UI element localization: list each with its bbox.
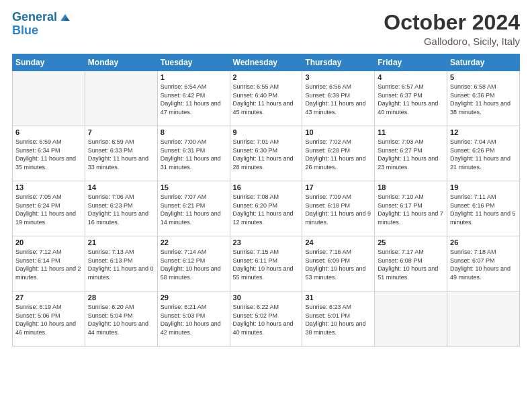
day-info: Sunrise: 6:55 AM Sunset: 6:40 PM Dayligh… [233, 83, 300, 116]
day-number: 12 [450, 128, 517, 136]
table-row: 22Sunrise: 7:14 AM Sunset: 6:12 PM Dayli… [157, 236, 230, 291]
table-row: 29Sunrise: 6:21 AM Sunset: 5:03 PM Dayli… [157, 291, 230, 347]
table-row: 1Sunrise: 6:54 AM Sunset: 6:42 PM Daylig… [157, 71, 230, 126]
day-info: Sunrise: 7:06 AM Sunset: 6:23 PM Dayligh… [88, 193, 154, 226]
week-row-0: 1Sunrise: 6:54 AM Sunset: 6:42 PM Daylig… [13, 71, 520, 126]
table-row: 4Sunrise: 6:57 AM Sunset: 6:37 PM Daylig… [375, 71, 447, 126]
col-tuesday: Tuesday [157, 54, 230, 71]
week-row-3: 20Sunrise: 7:12 AM Sunset: 6:14 PM Dayli… [13, 236, 520, 291]
day-number: 11 [378, 128, 444, 136]
day-number: 29 [161, 293, 227, 302]
col-saturday: Saturday [447, 54, 520, 71]
day-number: 2 [233, 73, 300, 81]
table-row: 10Sunrise: 7:02 AM Sunset: 6:28 PM Dayli… [302, 126, 375, 181]
day-number: 13 [15, 183, 82, 191]
day-number: 1 [161, 73, 227, 81]
day-info: Sunrise: 7:08 AM Sunset: 6:20 PM Dayligh… [233, 193, 300, 226]
day-number: 23 [233, 238, 300, 246]
table-row: 11Sunrise: 7:03 AM Sunset: 6:27 PM Dayli… [375, 126, 447, 181]
day-number: 10 [305, 128, 371, 136]
day-number: 8 [161, 128, 227, 136]
col-thursday: Thursday [302, 54, 375, 71]
table-row: 30Sunrise: 6:22 AM Sunset: 5:02 PM Dayli… [230, 291, 302, 347]
table-row: 28Sunrise: 6:20 AM Sunset: 5:04 PM Dayli… [85, 291, 157, 347]
day-number: 18 [378, 183, 444, 191]
table-row: 13Sunrise: 7:05 AM Sunset: 6:24 PM Dayli… [13, 181, 85, 236]
day-number: 6 [15, 128, 82, 136]
day-number: 21 [88, 238, 154, 246]
table-row: 15Sunrise: 7:07 AM Sunset: 6:21 PM Dayli… [157, 181, 230, 236]
table-row: 6Sunrise: 6:59 AM Sunset: 6:34 PM Daylig… [13, 126, 85, 181]
day-number: 20 [15, 238, 82, 246]
week-row-4: 27Sunrise: 6:19 AM Sunset: 5:06 PM Dayli… [13, 291, 520, 347]
week-row-1: 6Sunrise: 6:59 AM Sunset: 6:34 PM Daylig… [13, 126, 520, 181]
page: General Blue October 2024 Gallodoro, Sic… [0, 0, 532, 411]
table-row [375, 291, 447, 347]
day-info: Sunrise: 7:02 AM Sunset: 6:28 PM Dayligh… [305, 138, 371, 171]
day-info: Sunrise: 6:56 AM Sunset: 6:39 PM Dayligh… [305, 83, 371, 116]
table-row: 20Sunrise: 7:12 AM Sunset: 6:14 PM Dayli… [13, 236, 85, 291]
table-row: 3Sunrise: 6:56 AM Sunset: 6:39 PM Daylig… [302, 71, 375, 126]
day-info: Sunrise: 6:23 AM Sunset: 5:01 PM Dayligh… [305, 303, 371, 336]
day-info: Sunrise: 6:19 AM Sunset: 5:06 PM Dayligh… [15, 303, 82, 336]
table-row [13, 71, 85, 126]
calendar-subtitle: Gallodoro, Sicily, Italy [384, 36, 520, 47]
table-row: 23Sunrise: 7:15 AM Sunset: 6:11 PM Dayli… [230, 236, 302, 291]
day-number: 15 [161, 183, 227, 191]
day-number: 4 [378, 73, 444, 81]
day-number: 28 [88, 293, 154, 302]
table-row: 24Sunrise: 7:16 AM Sunset: 6:09 PM Dayli… [302, 236, 375, 291]
day-info: Sunrise: 7:15 AM Sunset: 6:11 PM Dayligh… [233, 248, 300, 281]
day-info: Sunrise: 7:07 AM Sunset: 6:21 PM Dayligh… [161, 193, 227, 226]
col-monday: Monday [85, 54, 157, 71]
day-number: 16 [233, 183, 300, 191]
col-sunday: Sunday [13, 54, 85, 71]
day-info: Sunrise: 7:04 AM Sunset: 6:26 PM Dayligh… [450, 138, 517, 171]
table-row: 17Sunrise: 7:09 AM Sunset: 6:18 PM Dayli… [302, 181, 375, 236]
week-row-2: 13Sunrise: 7:05 AM Sunset: 6:24 PM Dayli… [13, 181, 520, 236]
day-number: 24 [305, 238, 371, 246]
table-row: 26Sunrise: 7:18 AM Sunset: 6:07 PM Dayli… [447, 236, 520, 291]
day-info: Sunrise: 7:10 AM Sunset: 6:17 PM Dayligh… [378, 193, 444, 226]
day-number: 31 [305, 293, 371, 302]
day-info: Sunrise: 7:12 AM Sunset: 6:14 PM Dayligh… [15, 248, 82, 281]
col-wednesday: Wednesday [230, 54, 302, 71]
day-number: 25 [378, 238, 444, 246]
logo-text: General [12, 11, 57, 24]
day-number: 14 [88, 183, 154, 191]
header: General Blue October 2024 Gallodoro, Sic… [12, 11, 520, 47]
col-friday: Friday [375, 54, 447, 71]
table-row: 2Sunrise: 6:55 AM Sunset: 6:40 PM Daylig… [230, 71, 302, 126]
day-info: Sunrise: 6:57 AM Sunset: 6:37 PM Dayligh… [378, 83, 444, 116]
table-row: 18Sunrise: 7:10 AM Sunset: 6:17 PM Dayli… [375, 181, 447, 236]
calendar-table: Sunday Monday Tuesday Wednesday Thursday… [12, 54, 520, 347]
day-number: 30 [233, 293, 300, 302]
day-info: Sunrise: 7:01 AM Sunset: 6:30 PM Dayligh… [233, 138, 300, 171]
day-number: 3 [305, 73, 371, 81]
day-number: 17 [305, 183, 371, 191]
day-info: Sunrise: 6:22 AM Sunset: 5:02 PM Dayligh… [233, 303, 300, 336]
table-row: 21Sunrise: 7:13 AM Sunset: 6:13 PM Dayli… [85, 236, 157, 291]
day-number: 9 [233, 128, 300, 136]
table-row [447, 291, 520, 347]
calendar-title: October 2024 [384, 11, 520, 34]
day-number: 27 [15, 293, 82, 302]
day-number: 19 [450, 183, 517, 191]
table-row [85, 71, 157, 126]
day-info: Sunrise: 6:20 AM Sunset: 5:04 PM Dayligh… [88, 303, 154, 336]
day-info: Sunrise: 6:59 AM Sunset: 6:34 PM Dayligh… [15, 138, 82, 171]
day-info: Sunrise: 7:16 AM Sunset: 6:09 PM Dayligh… [305, 248, 371, 281]
day-info: Sunrise: 6:54 AM Sunset: 6:42 PM Dayligh… [161, 83, 227, 116]
logo-blue-text: Blue [12, 24, 72, 38]
day-number: 22 [161, 238, 227, 246]
day-number: 5 [450, 73, 517, 81]
table-row: 12Sunrise: 7:04 AM Sunset: 6:26 PM Dayli… [447, 126, 520, 181]
table-row: 25Sunrise: 7:17 AM Sunset: 6:08 PM Dayli… [375, 236, 447, 291]
day-info: Sunrise: 6:58 AM Sunset: 6:36 PM Dayligh… [450, 83, 517, 116]
table-row: 9Sunrise: 7:01 AM Sunset: 6:30 PM Daylig… [230, 126, 302, 181]
day-info: Sunrise: 7:05 AM Sunset: 6:24 PM Dayligh… [15, 193, 82, 226]
table-row: 5Sunrise: 6:58 AM Sunset: 6:36 PM Daylig… [447, 71, 520, 126]
day-info: Sunrise: 7:13 AM Sunset: 6:13 PM Dayligh… [88, 248, 154, 281]
day-info: Sunrise: 7:09 AM Sunset: 6:18 PM Dayligh… [305, 193, 371, 226]
day-number: 26 [450, 238, 517, 246]
